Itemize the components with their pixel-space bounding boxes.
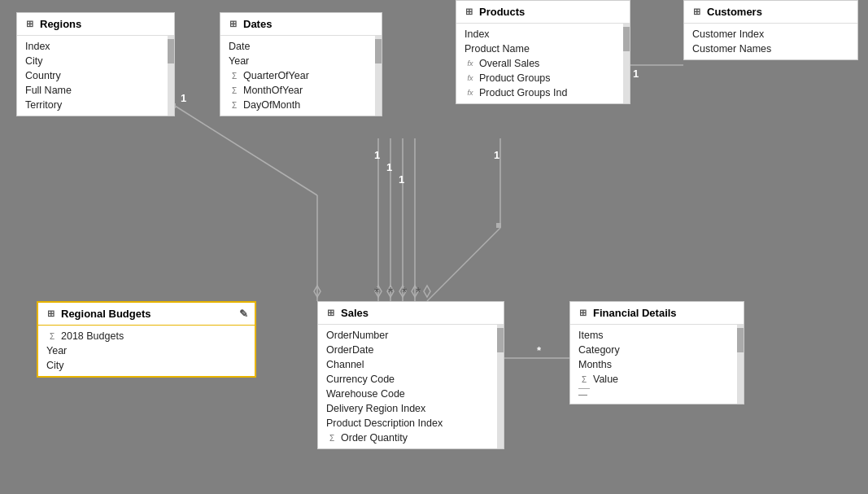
field-label: Overall Sales — [479, 58, 539, 69]
scrollbar[interactable] — [375, 36, 382, 116]
field-label: City — [25, 55, 43, 67]
field-label: Date — [229, 41, 250, 52]
regions-header: ⊞ Regions — [17, 13, 174, 36]
field-label: Year — [46, 345, 67, 356]
table-row: Date — [220, 39, 373, 54]
field-label: Territory — [25, 99, 62, 111]
svg-marker-5 — [375, 286, 382, 297]
table-row: Months — [570, 357, 735, 372]
dash-icon: — — [578, 388, 590, 399]
financial-details-title: Financial Details — [593, 307, 677, 319]
scrollbar[interactable] — [737, 325, 744, 404]
scrollbar-thumb[interactable] — [168, 39, 174, 63]
products-title: Products — [479, 6, 525, 18]
scrollbar-thumb[interactable] — [623, 27, 630, 51]
field-label: Months — [578, 359, 612, 370]
dates-header: ⊞ Dates — [220, 13, 382, 36]
regions-table: ⊞ Regions Index City Country Full Name T… — [16, 12, 175, 116]
scrollbar[interactable] — [623, 24, 630, 103]
field-label: Country — [25, 70, 61, 81]
regional-budgets-table: ⊞ Regional Budgets ✎ Σ 2018 Budgets Year… — [37, 301, 256, 378]
sales-title: Sales — [341, 307, 369, 319]
field-label: Product Description Index — [326, 417, 443, 429]
financial-details-body: Items Category Months Σ Value — — [570, 325, 744, 404]
products-table: ⊞ Products Index Product Name fx Overall… — [456, 0, 630, 104]
regions-body: Index City Country Full Name Territory — [17, 36, 174, 116]
table-row: OrderNumber — [318, 328, 495, 343]
table-row: Country — [17, 68, 166, 83]
svg-marker-11 — [412, 286, 418, 297]
sales-body: OrderNumber OrderDate Channel Currency C… — [318, 325, 504, 448]
table-row: Σ QuarterOfYear — [220, 68, 373, 83]
table-row: fx Overall Sales — [456, 56, 622, 71]
field-label: Delivery Region Index — [326, 403, 425, 414]
svg-text:1: 1 — [399, 173, 404, 186]
edit-icon[interactable]: ✎ — [239, 308, 248, 320]
svg-marker-7 — [387, 286, 394, 297]
financial-details-table: ⊞ Financial Details Items Category Month… — [569, 301, 744, 404]
table-row: OrderDate — [318, 343, 495, 357]
svg-text:1: 1 — [181, 92, 186, 104]
field-label: Warehouse Code — [326, 388, 405, 400]
table-grid-icon: ⊞ — [45, 308, 56, 320]
field-label: Customer Names — [692, 43, 771, 55]
svg-text:1: 1 — [386, 161, 392, 173]
regional-budgets-header: ⊞ Regional Budgets ✎ — [38, 303, 255, 326]
field-label: DayOfMonth — [243, 99, 300, 111]
svg-line-13 — [427, 228, 500, 301]
field-label: Product Groups Ind — [479, 87, 567, 98]
svg-text:*: * — [374, 286, 379, 299]
products-body: Index Product Name fx Overall Sales fx P… — [456, 24, 630, 103]
scrollbar-thumb[interactable] — [375, 39, 382, 63]
scrollbar-thumb[interactable] — [497, 328, 504, 352]
table-grid-icon: ⊞ — [577, 308, 588, 319]
table-row: City — [17, 54, 166, 68]
table-row: City — [38, 358, 255, 373]
field-label: Currency Code — [326, 374, 395, 385]
regional-budgets-title: Regional Budgets — [61, 308, 151, 320]
sigma-icon: Σ — [229, 72, 240, 81]
field-label: Order Quantity — [341, 432, 408, 444]
scrollbar[interactable] — [497, 325, 504, 448]
table-grid-icon: ⊞ — [24, 19, 35, 30]
customers-table: ⊞ Customers Customer Index Customer Name… — [683, 0, 858, 60]
svg-text:*: * — [416, 286, 421, 299]
svg-marker-15 — [424, 286, 430, 297]
table-row: Σ DayOfMonth — [220, 98, 373, 112]
fx-icon: fx — [465, 74, 476, 82]
field-label: Channel — [326, 359, 364, 370]
fx-icon: fx — [465, 89, 476, 97]
table-grid-icon: ⊞ — [691, 7, 702, 18]
table-row: Items — [570, 328, 735, 343]
field-label: QuarterOfYear — [243, 70, 309, 81]
field-label: OrderDate — [326, 344, 373, 356]
table-row: Year — [220, 54, 373, 68]
dates-table: ⊞ Dates Date Year Σ QuarterOfYear Σ Mont… — [220, 12, 382, 116]
fx-icon: fx — [465, 59, 476, 68]
field-label: Full Name — [25, 85, 72, 96]
field-label: City — [46, 360, 64, 371]
svg-text:*: * — [537, 344, 542, 356]
table-row: Σ 2018 Budgets — [38, 329, 255, 343]
table-row: Category — [570, 343, 735, 357]
scrollbar-thumb[interactable] — [737, 328, 744, 352]
table-row: fx Product Groups Ind — [456, 85, 622, 100]
sigma-icon: Σ — [229, 101, 240, 110]
field-label: Category — [578, 344, 620, 356]
svg-text:1: 1 — [633, 68, 639, 80]
field-label: Product Groups — [479, 72, 551, 84]
customers-header: ⊞ Customers — [684, 1, 857, 24]
sigma-icon: Σ — [229, 86, 240, 95]
table-row: Index — [17, 39, 166, 54]
field-label: Items — [578, 330, 604, 341]
financial-details-header: ⊞ Financial Details — [570, 302, 744, 325]
field-label: 2018 Budgets — [61, 330, 124, 342]
table-row: Σ MonthOfYear — [220, 83, 373, 98]
dates-body: Date Year Σ QuarterOfYear Σ MonthOfYear … — [220, 36, 382, 116]
table-row: Product Description Index — [318, 416, 495, 431]
table-row: Index — [456, 27, 622, 42]
table-row: Warehouse Code — [318, 387, 495, 401]
sigma-icon: Σ — [578, 375, 590, 384]
field-label: Product Name — [465, 43, 530, 55]
scrollbar[interactable] — [168, 36, 174, 116]
